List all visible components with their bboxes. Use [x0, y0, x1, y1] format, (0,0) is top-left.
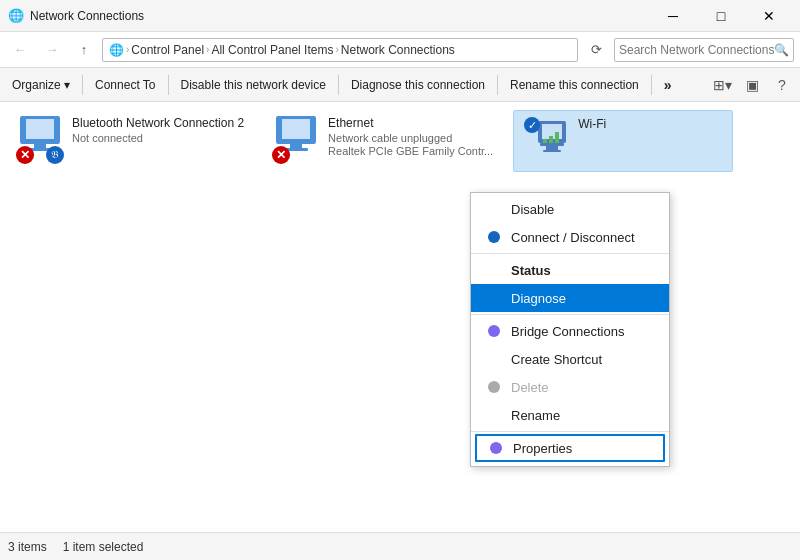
rename-button[interactable]: Rename this connection: [502, 71, 647, 99]
network-item-bluetooth[interactable]: ✕ 𝔅 Bluetooth Network Connection 2 Not c…: [8, 110, 252, 170]
search-icon: 🔍: [774, 43, 789, 57]
connect-disconnect-icon: [485, 228, 503, 246]
close-button[interactable]: ✕: [746, 0, 792, 32]
ctx-bridge-connections[interactable]: Bridge Connections: [471, 317, 669, 345]
svg-point-19: [490, 442, 502, 454]
ethernet-status: Network cable unplugged: [328, 132, 493, 144]
bluetooth-info: Bluetooth Network Connection 2 Not conne…: [72, 116, 244, 144]
refresh-button[interactable]: ⟳: [582, 36, 610, 64]
svg-rect-6: [290, 144, 302, 148]
svg-rect-13: [540, 143, 564, 146]
wifi-signal-icon: [536, 121, 568, 153]
disable-device-button[interactable]: Disable this network device: [173, 71, 334, 99]
breadcrumb-control-panel[interactable]: Control Panel: [131, 43, 204, 57]
main-content: ✕ 𝔅 Bluetooth Network Connection 2 Not c…: [0, 102, 800, 532]
forward-button[interactable]: →: [38, 36, 66, 64]
properties-icon: [487, 439, 505, 457]
bridge-connections-icon: [485, 322, 503, 340]
toolbar-separator-3: [338, 75, 339, 95]
ctx-diagnose[interactable]: Diagnose: [471, 284, 669, 312]
svg-rect-1: [26, 119, 54, 139]
bluetooth-icon-wrap: ✕ 𝔅: [16, 116, 64, 164]
wifi-name: Wi-Fi: [578, 117, 606, 131]
delete-icon: [485, 378, 503, 396]
network-item-ethernet[interactable]: ✕ Ethernet Network cable unplugged Realt…: [264, 110, 501, 170]
svg-rect-14: [546, 146, 558, 150]
bluetooth-name: Bluetooth Network Connection 2: [72, 116, 244, 130]
connect-to-button[interactable]: Connect To: [87, 71, 164, 99]
title-bar: 🌐 Network Connections ─ □ ✕: [0, 0, 800, 32]
search-input[interactable]: [619, 43, 774, 57]
toolbar-right: ⊞▾ ▣ ?: [708, 72, 796, 98]
wifi-icon-wrap: ✓: [522, 117, 570, 165]
breadcrumb-icon: 🌐: [109, 43, 124, 57]
selected-count: 1 item selected: [63, 540, 144, 554]
ctx-rename[interactable]: Rename: [471, 401, 669, 429]
breadcrumb-all-items[interactable]: All Control Panel Items: [211, 43, 333, 57]
ctx-create-shortcut[interactable]: Create Shortcut: [471, 345, 669, 373]
status-icon: [485, 261, 503, 279]
address-bar: ← → ↑ 🌐 › Control Panel › All Control Pa…: [0, 32, 800, 68]
toolbar-separator-1: [82, 75, 83, 95]
svg-rect-5: [282, 119, 310, 139]
toolbar-separator-2: [168, 75, 169, 95]
breadcrumb[interactable]: 🌐 › Control Panel › All Control Panel It…: [102, 38, 578, 62]
wifi-info: Wi-Fi: [578, 117, 606, 131]
more-button[interactable]: »: [656, 71, 680, 99]
maximize-button[interactable]: □: [698, 0, 744, 32]
pane-button[interactable]: ▣: [738, 72, 766, 98]
title-bar-icon: 🌐: [8, 8, 24, 24]
create-shortcut-icon: [485, 350, 503, 368]
ethernet-icon-wrap: ✕: [272, 116, 320, 164]
network-items-area: ✕ 𝔅 Bluetooth Network Connection 2 Not c…: [0, 102, 800, 180]
toolbar: Organize ▾ Connect To Disable this netwo…: [0, 68, 800, 102]
toolbar-separator-4: [497, 75, 498, 95]
up-button[interactable]: ↑: [70, 36, 98, 64]
ethernet-sub: Realtek PCIe GBE Family Contr...: [328, 145, 493, 157]
title-bar-title: Network Connections: [30, 9, 650, 23]
rename-icon: [485, 406, 503, 424]
help-button[interactable]: ?: [768, 72, 796, 98]
svg-point-17: [488, 325, 500, 337]
svg-rect-2: [34, 144, 46, 148]
network-item-wifi[interactable]: ✓: [513, 110, 733, 172]
bluetooth-status: Not connected: [72, 132, 244, 144]
ethernet-name: Ethernet: [328, 116, 493, 130]
search-box[interactable]: 🔍: [614, 38, 794, 62]
diagnose-icon: [485, 289, 503, 307]
item-count: 3 items: [8, 540, 47, 554]
context-menu: Disable Connect / Disconnect Status Diag…: [470, 192, 670, 467]
disable-icon: [485, 200, 503, 218]
ctx-disable[interactable]: Disable: [471, 195, 669, 223]
status-bar: 3 items 1 item selected: [0, 532, 800, 560]
minimize-button[interactable]: ─: [650, 0, 696, 32]
organize-button[interactable]: Organize ▾: [4, 71, 78, 99]
back-button[interactable]: ←: [6, 36, 34, 64]
ctx-connect-disconnect[interactable]: Connect / Disconnect: [471, 223, 669, 251]
svg-point-18: [488, 381, 500, 393]
title-bar-controls: ─ □ ✕: [650, 0, 792, 32]
ctx-delete: Delete: [471, 373, 669, 401]
view-options-button[interactable]: ⊞▾: [708, 72, 736, 98]
ctx-sep-2: [471, 314, 669, 315]
breadcrumb-network-connections[interactable]: Network Connections: [341, 43, 455, 57]
ctx-status[interactable]: Status: [471, 256, 669, 284]
svg-point-16: [488, 231, 500, 243]
diagnose-button[interactable]: Diagnose this connection: [343, 71, 493, 99]
ctx-sep-3: [471, 431, 669, 432]
ctx-properties[interactable]: Properties: [475, 434, 665, 462]
svg-rect-15: [543, 150, 561, 152]
toolbar-separator-5: [651, 75, 652, 95]
ethernet-info: Ethernet Network cable unplugged Realtek…: [328, 116, 493, 157]
ctx-sep-1: [471, 253, 669, 254]
